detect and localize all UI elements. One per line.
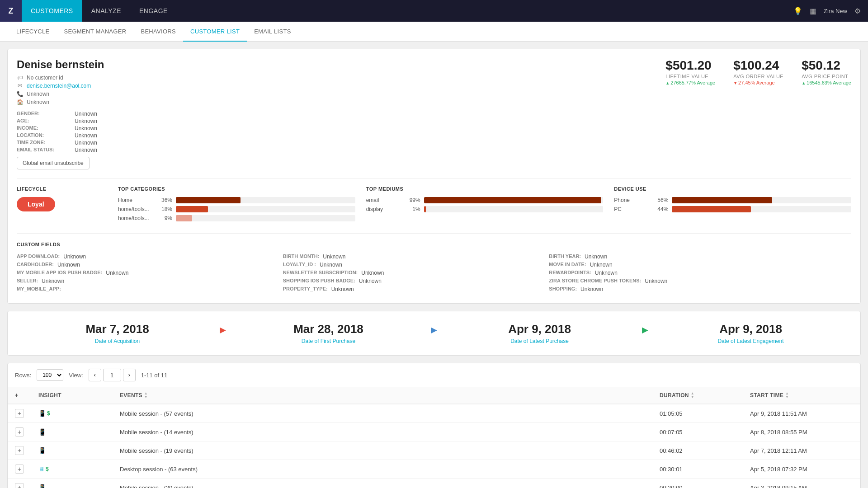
duration-sort[interactable]: Duration ▲▼ [660, 392, 736, 399]
tab-behaviors[interactable]: BEHAVIORS [133, 22, 183, 42]
cf-label-loyalty: LOYALTY_ID : [283, 262, 316, 268]
user-menu[interactable]: Zira New [824, 8, 847, 14]
customer-fields-container: GENDER: Unknown AGE: Unknown INCOME: Unk… [17, 111, 104, 153]
expand-button[interactable]: + [15, 427, 24, 436]
email-link[interactable]: denise.bernstein@aol.com [27, 83, 91, 89]
table-row: +📱$Mobile session - (57 events)01:05:05A… [8, 404, 860, 423]
device-pct-1: 56% [654, 197, 668, 203]
row-duration-cell: 00:07:05 [652, 423, 743, 441]
category-label-2: home/tools... [118, 206, 154, 212]
row-duration-cell: 01:05:05 [652, 404, 743, 423]
top-mediums-title: TOP MEDIUMS [366, 186, 604, 192]
cf-value-birth-year: Unknown [585, 253, 607, 260]
field-grid: GENDER: Unknown AGE: Unknown INCOME: Unk… [17, 111, 97, 153]
metric-avg-order: $100.24 AVG ORDER VALUE 27.45% Average [733, 58, 783, 85]
avg-price-change: 16545.63% Average [802, 80, 851, 85]
cf-label-seller: SELLER: [17, 278, 38, 284]
row-events-cell: Mobile session - (20 events) [113, 479, 652, 488]
category-row-3: home/tools... 9% [118, 215, 355, 221]
customer-name: Denise bernstein [17, 58, 104, 71]
expand-button[interactable]: + [15, 483, 24, 488]
timeline-date-4: Apr 9, 2018 Date of Latest Engagement [652, 322, 849, 344]
nav-customers[interactable]: CUSTOMERS [22, 0, 82, 22]
tab-customer-list[interactable]: CUSTOMER LIST [183, 22, 247, 42]
category-bar-1 [176, 197, 355, 203]
row-expand-cell: + [8, 479, 31, 488]
metric-avg-price: $50.12 AVG PRICE POINT 16545.63% Average [802, 58, 851, 85]
expand-button[interactable]: + [15, 409, 24, 418]
row-insight-cell: 📱 [31, 441, 113, 460]
medium-label-2: display [366, 206, 402, 212]
row-insight-cell: 📱 [31, 479, 113, 488]
cf-value-shopping: Unknown [580, 286, 603, 292]
bulb-icon[interactable]: 💡 [793, 7, 802, 15]
tab-email-lists[interactable]: EMAIL LISTS [247, 22, 298, 42]
cf-row-1-3: MY MOBILE APP IOS PUSH BADGE:Unknown [17, 270, 265, 276]
dollar-icon: $ [46, 466, 49, 472]
emailstatus-value: Unknown [75, 147, 97, 153]
expand-button[interactable]: + [15, 465, 24, 474]
cf-row-3-2: MOVE IN DATE:Unknown [549, 262, 797, 268]
device-label-2: PC [614, 206, 650, 212]
events-sort-icon[interactable]: ▲▼ [144, 392, 148, 399]
loyal-button[interactable]: Loyal [17, 197, 55, 211]
income-value: Unknown [75, 125, 97, 131]
row-duration-cell: 00:20:00 [652, 479, 743, 488]
date-latest-engagement: Apr 9, 2018 [652, 322, 849, 336]
cf-row-2-3: NEWSLETTER SUBSCRIPTION:Unknown [283, 270, 531, 276]
date-acquisition: Mar 7, 2018 [19, 322, 216, 336]
timeline-date-2: Mar 28, 2018 Date of First Purchase [230, 322, 427, 344]
duration-sort-icon[interactable]: ▲▼ [691, 392, 694, 399]
insight-sort[interactable]: Insight [38, 392, 105, 399]
medium-row-1: email 99% [366, 197, 604, 203]
row-events-cell: Mobile session - (14 events) [113, 423, 652, 441]
prev-page-button[interactable]: ‹ [89, 369, 101, 381]
expand-button[interactable]: + [15, 446, 24, 455]
page-input[interactable] [103, 369, 121, 381]
row-events-cell: Desktop session - (63 events) [113, 460, 652, 479]
row-expand-cell: + [8, 460, 31, 479]
start-time-sort-icon[interactable]: ▲▼ [785, 392, 789, 399]
row-insight-cell: 🖥$ [31, 460, 113, 479]
cf-label-shopping-push: SHOPPING IOS PUSH BADGE: [283, 278, 355, 284]
device-row-2: PC 44% [614, 206, 851, 212]
tab-lifecycle[interactable]: LIFECYCLE [9, 22, 57, 42]
emailstatus-label: EMAIL STATUS: [17, 147, 71, 153]
nav-analyze[interactable]: ANALYZE [82, 0, 130, 22]
row-events-cell: Mobile session - (57 events) [113, 404, 652, 423]
date-latest-engagement-label: Date of Latest Engagement [652, 338, 849, 344]
start-time-sort[interactable]: Start Time ▲▼ [750, 392, 853, 399]
settings-icon[interactable]: ⚙ [854, 7, 861, 15]
customer-header: Denise bernstein 🏷 No customer id ✉ deni… [17, 58, 851, 169]
nav-engage[interactable]: ENGAGE [130, 0, 177, 22]
sessions-table: + Insight Events ▲▼ [8, 387, 860, 488]
up-arrow-icon [665, 80, 670, 85]
row-start-time-cell: Apr 5, 2018 07:32 PM [743, 460, 860, 479]
cf-row-1-2: CARDHOLDER:Unknown [17, 262, 265, 268]
layout-icon[interactable]: ▦ [810, 7, 816, 15]
cf-label-newsletter: NEWSLETTER SUBSCRIPTION: [283, 270, 358, 276]
table-row: +📱Mobile session - (14 events)00:07:05Ap… [8, 423, 860, 441]
th-duration[interactable]: Duration ▲▼ [652, 387, 743, 404]
cf-row-2-4: SHOPPING IOS PUSH BADGE:Unknown [283, 278, 531, 284]
gender-label: GENDER: [17, 111, 71, 117]
row-duration-cell: 00:46:02 [652, 441, 743, 460]
th-start-time[interactable]: Start Time ▲▼ [743, 387, 860, 404]
category-bar-3 [176, 215, 355, 221]
next-page-button[interactable]: › [123, 369, 136, 381]
cf-value-newsletter: Unknown [361, 270, 384, 276]
row-insight-cell: 📱$ [31, 404, 113, 423]
unsubscribe-button[interactable]: Global email unsubscribe [17, 157, 90, 169]
th-events[interactable]: Events ▲▼ [113, 387, 652, 404]
rows-label: Rows: [15, 372, 31, 379]
row-events-cell: Mobile session - (19 events) [113, 441, 652, 460]
table-row: +🖥$Desktop session - (63 events)00:30:01… [8, 460, 860, 479]
cf-label-birth-year: BIRTH YEAR: [549, 253, 581, 260]
device-use-section: DEVICE USE Phone 56% PC 44% [614, 186, 851, 224]
customer-card: Denise bernstein 🏷 No customer id ✉ deni… [7, 49, 861, 304]
tab-segment-manager[interactable]: SEGMENT MANAGER [57, 22, 134, 42]
rows-select[interactable]: 100 50 25 [37, 369, 63, 381]
th-insight[interactable]: Insight [31, 387, 113, 404]
events-sort[interactable]: Events ▲▼ [120, 392, 645, 399]
row-expand-cell: + [8, 404, 31, 423]
